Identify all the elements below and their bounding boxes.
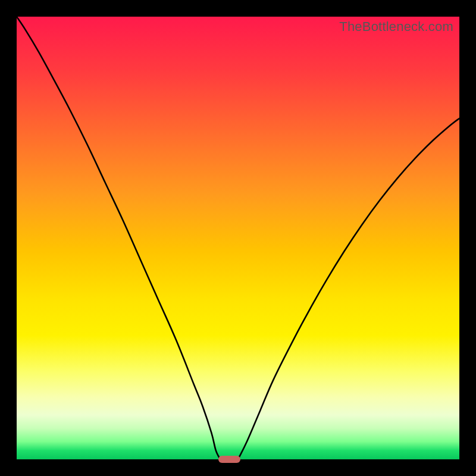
- chart-frame: TheBottleneck.com: [0, 0, 476, 476]
- curve-left: [17, 17, 220, 459]
- chart-plot-area: TheBottleneck.com: [17, 17, 459, 459]
- bottleneck-marker: [218, 456, 240, 463]
- curve-svg: [17, 17, 459, 459]
- curve-right: [238, 118, 459, 459]
